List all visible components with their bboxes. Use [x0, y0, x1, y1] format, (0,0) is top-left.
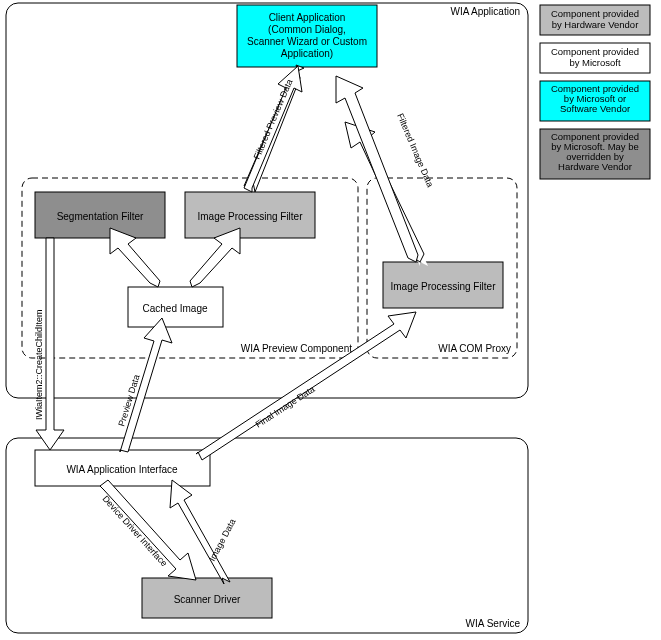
arrow-ddi-label: Device Driver Interface	[101, 494, 170, 569]
arrow-filtered-preview: Filtered Preview Data	[244, 65, 304, 192]
arrow-filtered-preview-label: Filtered Preview Data	[252, 78, 295, 161]
client-app-line4: Application)	[281, 48, 333, 59]
wia-preview-title: WIA Preview Component	[241, 343, 352, 354]
legend-text: by Hardware Vendor	[552, 19, 639, 30]
scanner-driver-label: Scanner Driver	[174, 594, 241, 605]
wia-application-title: WIA Application	[451, 6, 520, 17]
legend-text: Component provided	[551, 8, 639, 19]
arrow-final-image-label: Final Image Data	[254, 384, 317, 430]
client-app-line1: Client Application	[269, 12, 346, 23]
legend: Component provided by Hardware Vendor Co…	[540, 5, 650, 179]
wia-service-title: WIA Service	[466, 618, 521, 629]
arrow-preview-data: Preview Data	[116, 318, 172, 452]
ipf-proxy-label: Image Processing Filter	[390, 281, 496, 292]
ipf-preview-label: Image Processing Filter	[197, 211, 303, 222]
legend-text: Component provided	[551, 46, 639, 57]
arrow-image-data-label: Image Data	[207, 517, 238, 563]
arrow-create-child-item: IWiaItem2::CreateChildItem	[34, 238, 64, 450]
client-app-line3: Scanner Wizard or Custom	[247, 36, 367, 47]
arrow-filtered-image-label: Filtered Image Data	[395, 112, 435, 189]
cached-image-label: Cached Image	[142, 303, 207, 314]
legend-text: by Microsoft	[569, 57, 621, 68]
legend-text: Hardware Vendor	[558, 161, 632, 172]
segmentation-filter-label: Segmentation Filter	[57, 211, 144, 222]
legend-text: Software Vendor	[560, 103, 630, 114]
diagram-canvas: Component provided by Hardware Vendor Co…	[0, 0, 661, 640]
arrow-filtered-image: Filtered Image Data	[336, 76, 435, 266]
wia-app-interface-label: WIA Application Interface	[66, 464, 178, 475]
svg-marker-5	[336, 76, 418, 262]
wia-com-proxy-title: WIA COM Proxy	[438, 343, 511, 354]
client-app-line2: (Common Dialog,	[268, 24, 346, 35]
arrow-create-child-label: IWiaItem2::CreateChildItem	[34, 309, 44, 420]
